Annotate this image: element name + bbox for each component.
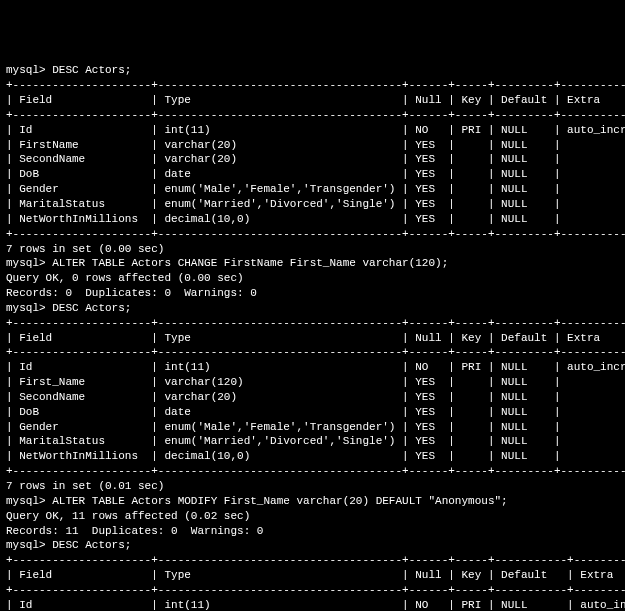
output-line: | SecondName | varchar(20) | YES | | NUL… [6, 152, 619, 167]
output-line: | Id | int(11) | NO | PRI | NULL | auto_… [6, 598, 619, 611]
output-line: Records: 11 Duplicates: 0 Warnings: 0 [6, 524, 619, 539]
output-line: | Field | Type | Null | Key | Default | … [6, 93, 619, 108]
mysql-prompt-line[interactable]: mysql> ALTER TABLE Actors MODIFY First_N… [6, 494, 619, 509]
output-line: +---------------------+-----------------… [6, 553, 619, 568]
output-line: +---------------------+-----------------… [6, 78, 619, 93]
output-line: +---------------------+-----------------… [6, 464, 619, 479]
output-line: +---------------------+-----------------… [6, 227, 619, 242]
output-line: +---------------------+-----------------… [6, 583, 619, 598]
mysql-prompt-line[interactable]: mysql> ALTER TABLE Actors CHANGE FirstNa… [6, 256, 619, 271]
output-line: +---------------------+-----------------… [6, 316, 619, 331]
output-line: | NetWorthInMillions | decimal(10,0) | Y… [6, 212, 619, 227]
output-line: | NetWorthInMillions | decimal(10,0) | Y… [6, 449, 619, 464]
output-line: | DoB | date | YES | | NULL | | [6, 167, 619, 182]
mysql-prompt-line[interactable]: mysql> DESC Actors; [6, 538, 619, 553]
output-line: Query OK, 11 rows affected (0.02 sec) [6, 509, 619, 524]
mysql-terminal[interactable]: mysql> DESC Actors;+--------------------… [6, 63, 619, 611]
output-line: | SecondName | varchar(20) | YES | | NUL… [6, 390, 619, 405]
mysql-prompt-line[interactable]: mysql> DESC Actors; [6, 301, 619, 316]
output-line: | DoB | date | YES | | NULL | | [6, 405, 619, 420]
output-line: +---------------------+-----------------… [6, 345, 619, 360]
output-line: +---------------------+-----------------… [6, 108, 619, 123]
output-line: | Field | Type | Null | Key | Default | … [6, 568, 619, 583]
output-line: | Id | int(11) | NO | PRI | NULL | auto_… [6, 123, 619, 138]
output-line: Query OK, 0 rows affected (0.00 sec) [6, 271, 619, 286]
output-line: Records: 0 Duplicates: 0 Warnings: 0 [6, 286, 619, 301]
output-line: | FirstName | varchar(20) | YES | | NULL… [6, 138, 619, 153]
output-line: 7 rows in set (0.01 sec) [6, 479, 619, 494]
output-line: | MaritalStatus | enum('Married','Divorc… [6, 197, 619, 212]
output-line: | MaritalStatus | enum('Married','Divorc… [6, 434, 619, 449]
output-line: | Id | int(11) | NO | PRI | NULL | auto_… [6, 360, 619, 375]
output-line: 7 rows in set (0.00 sec) [6, 242, 619, 257]
output-line: | Gender | enum('Male','Female','Transge… [6, 420, 619, 435]
output-line: | Gender | enum('Male','Female','Transge… [6, 182, 619, 197]
output-line: | Field | Type | Null | Key | Default | … [6, 331, 619, 346]
mysql-prompt-line[interactable]: mysql> DESC Actors; [6, 63, 619, 78]
output-line: | First_Name | varchar(120) | YES | | NU… [6, 375, 619, 390]
